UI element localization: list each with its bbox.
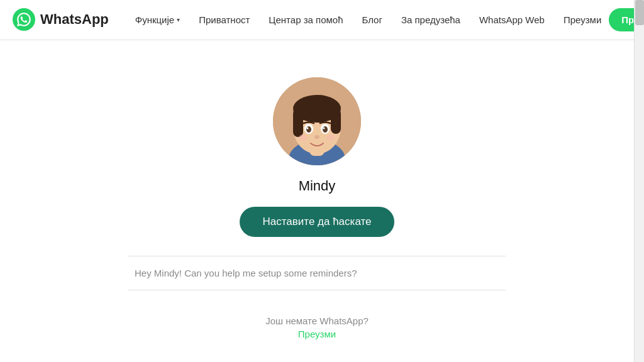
svg-point-14 — [314, 135, 319, 139]
no-whatsapp-label: Још немате WhatsApp? — [265, 315, 369, 326]
svg-point-13 — [323, 128, 325, 129]
scrollbar-thumb[interactable] — [635, 0, 644, 25]
navbar-link-blog[interactable]: Блог — [354, 12, 389, 28]
avatar — [273, 77, 361, 165]
main-content: Mindy Наставите да ћаскате Hey Mindy! Ca… — [0, 40, 634, 340]
navbar: WhatsApp Функције ▾ Приватност Центар за… — [0, 0, 644, 40]
bottom-divider — [128, 290, 506, 290]
top-divider — [128, 256, 506, 256]
svg-point-10 — [306, 126, 311, 133]
message-section: Hey Mindy! Can you help me setup some re… — [128, 256, 506, 290]
download-section: Још немате WhatsApp? Преузми — [265, 315, 369, 340]
svg-point-0 — [13, 8, 35, 31]
svg-rect-7 — [331, 109, 341, 134]
navbar-links: Функције ▾ Приватност Центар за помоћ Бл… — [128, 12, 609, 28]
svg-point-16 — [326, 134, 335, 141]
avatar-image — [273, 77, 361, 165]
navbar-link-preduzeca[interactable]: За предузећа — [394, 12, 468, 28]
navbar-link-centar[interactable]: Центар за помоћ — [261, 12, 350, 28]
svg-point-11 — [323, 126, 328, 133]
navbar-link-funkcije[interactable]: Функције ▾ — [128, 12, 187, 28]
svg-point-15 — [299, 134, 308, 141]
svg-point-12 — [307, 128, 309, 129]
navbar-link-privatnost[interactable]: Приватност — [191, 12, 257, 28]
whatsapp-logo-icon — [13, 8, 35, 31]
svg-rect-6 — [293, 109, 303, 137]
scrollbar[interactable] — [634, 0, 644, 362]
navbar-logo[interactable]: WhatsApp — [13, 8, 109, 31]
download-link[interactable]: Преузми — [298, 329, 336, 339]
navbar-link-preuzmi[interactable]: Преузми — [556, 12, 609, 28]
message-text: Hey Mindy! Can you help me setup some re… — [128, 268, 506, 278]
navbar-logo-text: WhatsApp — [40, 11, 109, 28]
navbar-link-whatsapp-web[interactable]: WhatsApp Web — [472, 12, 552, 28]
chevron-down-icon: ▾ — [177, 16, 180, 23]
profile-username: Mindy — [299, 178, 336, 194]
chat-button[interactable]: Наставите да ћаскате — [240, 207, 394, 237]
